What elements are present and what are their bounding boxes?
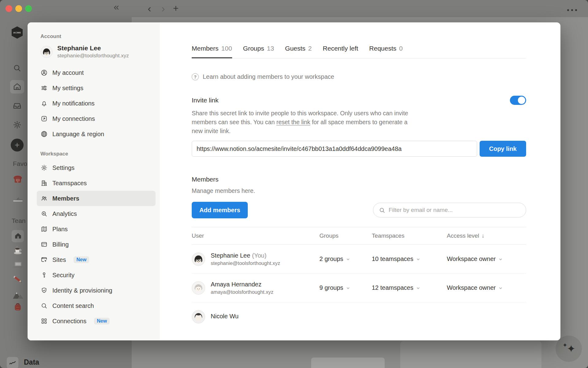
people-icon [40,195,48,202]
search-icon[interactable] [13,63,22,73]
credit-card-icon [40,241,48,248]
chevron-down-icon [416,257,420,261]
settings-sidebar: Account Stephanie Lee stephanie@toolsfor… [28,22,160,340]
member-teamspaces-dropdown[interactable]: 12 teamspaces [372,284,447,291]
sidebar-item-settings[interactable]: Settings [37,160,156,175]
members-settings-panel: Members100 Groups13 Guests2 Recently lef… [160,22,560,340]
sidebar-item-label: Sites [52,256,66,263]
chevron-down-icon [346,286,350,290]
minimize-window-button[interactable] [15,5,22,12]
magnifier-plus-icon [40,210,48,217]
favorites-section-label: Favo [13,160,27,167]
map-icon [40,225,48,233]
sidebar-item-language-region[interactable]: Language & region [37,126,156,142]
profile-email: stephanie@toolsforthought.xyz [57,53,129,59]
zoom-window-button[interactable] [25,5,32,12]
teamspaces-section-label: Tean [12,217,26,224]
sidebar-item-analytics[interactable]: Analytics [37,206,156,221]
tab-guests[interactable]: Guests2 [285,45,312,58]
forward-button[interactable]: › [158,2,169,14]
sidebar-item-billing[interactable]: Billing [37,237,156,252]
account-profile[interactable]: Stephanie Lee stephanie@toolsforthought.… [40,44,156,59]
invite-link-input[interactable] [192,141,477,157]
help-icon: ? [192,73,199,80]
member-row: Amaya Hernandez amaya@toolsforthought.xy… [192,274,526,302]
tab-members[interactable]: Members100 [192,45,232,58]
sort-desc-icon: ↓ [482,232,485,239]
inbox-icon[interactable] [13,101,22,110]
new-tab-button[interactable]: + [170,3,181,14]
bell-icon [40,100,48,107]
sidebar-item-label: Plans [52,226,68,233]
data-section-label[interactable]: Data [24,358,39,366]
member-filter[interactable] [373,203,526,217]
sidebar-item-members[interactable]: Members [37,191,156,206]
new-page-button[interactable]: + [11,139,24,151]
sidebar-item-label: My settings [52,85,83,92]
learn-link-label: Learn about adding members to your works… [203,73,334,80]
team-home-icon[interactable] [14,232,22,240]
learn-about-members-link[interactable]: ? Learn about adding members to your wor… [192,73,526,80]
workspace-section-heading: Workspace [37,151,156,157]
collapse-sidebar-icon[interactable]: « [110,1,123,13]
sidebar-item-my-account[interactable]: My account [37,65,156,80]
sparkle-icon: ✦ [567,343,576,355]
chevron-down-icon [346,257,350,261]
sidebar-item-my-settings[interactable]: My settings [37,80,156,96]
mountain-page-icon[interactable] [13,289,24,301]
sidebar-item-connections[interactable]: Connections New [37,313,156,329]
sidebar-item-label: Connections [52,318,86,325]
tab-requests[interactable]: Requests0 [369,45,403,58]
member-groups-dropdown[interactable]: 2 groups [319,255,372,263]
background-panel [400,341,541,368]
avatar [40,46,53,58]
filter-members-input[interactable] [389,207,520,213]
pencil-page-icon[interactable] [13,274,24,285]
sidebar-item-security[interactable]: Security [37,267,156,283]
coffee-page-icon[interactable] [13,245,23,255]
sidebar-item-content-search[interactable]: Content search [37,298,156,313]
screen: « ‹ › + ACME + Favo Tean Data Data Home … [0,0,588,368]
settings-gear-icon[interactable] [13,120,22,129]
sidebar-item-label: Analytics [52,210,77,217]
sidebar-item-label: Billing [52,241,69,248]
copy-link-button[interactable]: Copy link [480,141,526,157]
sidebar-item-label: Teamspaces [52,180,87,187]
chevron-down-icon [499,286,503,290]
add-members-button[interactable]: Add members [192,202,248,218]
member-access-dropdown[interactable]: Workspace owner [447,284,526,291]
home-icon[interactable] [13,82,22,91]
sidebar-item-sites[interactable]: Sites New [37,252,156,267]
sidebar-item-plans[interactable]: Plans [37,221,156,237]
tab-groups[interactable]: Groups13 [243,45,274,58]
sparkle-icon: ✦ [563,342,567,349]
member-groups-dropdown[interactable]: 9 groups [319,284,372,291]
sidebar-item-label: Content search [52,302,94,309]
data-page-icon[interactable] [7,357,18,368]
member-teamspaces-dropdown[interactable]: 10 teamspaces [372,255,447,263]
sidebar-item-identity-provisioning[interactable]: Identity & provisioning [37,283,156,298]
sidebar-item-label: Settings [52,164,74,171]
sidebar-item-my-connections[interactable]: My connections [37,111,156,126]
sidebar-item-label: My connections [52,115,95,122]
sneaker-page-icon[interactable] [13,193,24,204]
col-access-level[interactable]: Access level↓ [447,232,526,239]
backpack-page-icon[interactable] [13,302,23,312]
member-email: amaya@toolsforthought.xyz [211,289,273,295]
member-access-dropdown[interactable]: Workspace owner [447,255,526,263]
reset-link[interactable]: reset the link [276,119,310,125]
avatar [192,310,205,324]
phone-page-icon[interactable] [13,174,23,184]
building-icon [40,179,48,187]
close-window-button[interactable] [6,5,12,12]
new-badge: New [74,256,89,263]
tab-recently-left[interactable]: Recently left [323,45,358,58]
app-window: « ‹ › + ACME + Favo Tean Data Data Home … [0,0,588,368]
invite-link-toggle[interactable] [510,96,526,105]
back-button[interactable]: ‹ [144,2,155,14]
laptop-page-icon[interactable] [13,259,24,270]
more-options-icon[interactable] [567,9,577,11]
sidebar-item-teamspaces[interactable]: Teamspaces [37,175,156,191]
workspace-logo[interactable]: ACME [12,26,23,39]
sidebar-item-my-notifications[interactable]: My notifications [37,96,156,111]
